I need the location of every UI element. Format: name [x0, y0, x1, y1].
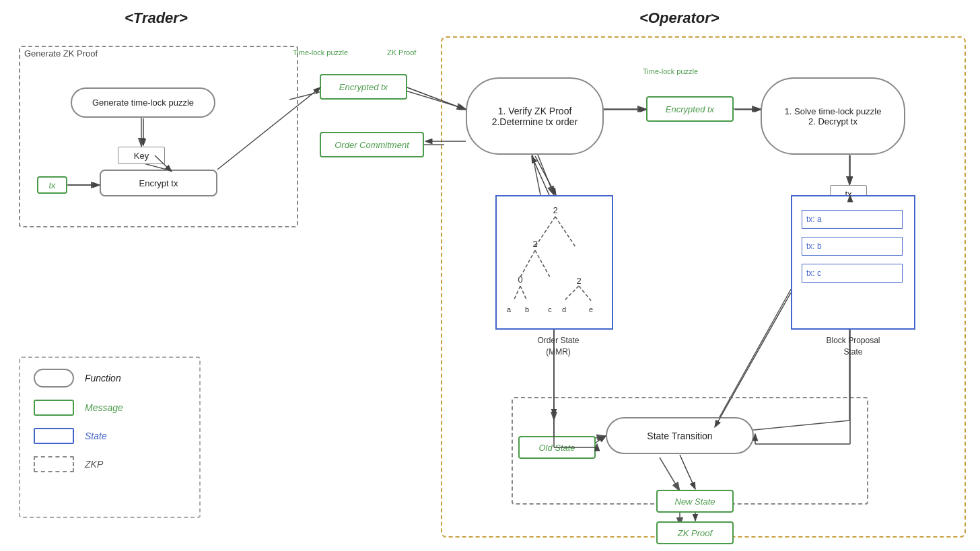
bp-item-a: tx: a	[802, 210, 903, 229]
svg-text:b: b	[525, 305, 529, 314]
legend-message-label: Message	[85, 402, 123, 413]
state-transition-shape: State Transition	[606, 417, 754, 454]
block-proposal-box: tx: a tx: b tx: c	[791, 195, 915, 330]
legend-zkp: ZKP	[34, 456, 186, 472]
trader-box	[19, 46, 298, 227]
operator-title: <Operator>	[639, 9, 720, 27]
time-lock-label-left: Time-lock puzzle	[293, 48, 348, 57]
legend-func-shape	[34, 369, 74, 388]
legend-state: State	[34, 428, 186, 444]
new-state-shape: New State	[656, 490, 734, 513]
svg-line-27	[520, 250, 535, 277]
mmr-box: 2 2 2 0 a b c d e	[495, 195, 613, 330]
bp-item-c: tx: c	[802, 264, 903, 283]
zk-proof-label-left: ZK Proof	[387, 48, 416, 57]
zk-proof-output-shape: ZK Proof	[656, 521, 734, 544]
svg-text:0: 0	[518, 274, 522, 285]
legend-zkp-label: ZKP	[85, 459, 103, 470]
encrypted-tx-left: Encrypted tx	[320, 74, 407, 100]
legend-state-label: State	[85, 431, 107, 441]
legend-function: Function	[34, 369, 186, 388]
mmr-svg: 2 2 2 0 a b c d e	[497, 196, 615, 331]
solve-shape: 1. Solve time-lock puzzle 2. Decrypt tx	[761, 77, 905, 155]
legend-message: Message	[34, 400, 186, 416]
svg-text:c: c	[548, 305, 552, 314]
svg-line-33	[564, 286, 579, 301]
legend-state-shape	[34, 428, 74, 444]
svg-line-28	[535, 250, 550, 277]
svg-text:2: 2	[553, 205, 557, 215]
key-shape: Key	[118, 147, 165, 164]
time-lock-label-right: Time-lock puzzle	[643, 67, 698, 75]
legend-zkp-shape	[34, 456, 74, 472]
svg-text:d: d	[562, 305, 566, 314]
legend-function-label: Function	[85, 373, 121, 383]
svg-line-25	[555, 217, 575, 247]
encrypt-tx-shape: Encrypt tx	[100, 170, 217, 196]
verify-shape: 1. Verify ZK Proof 2.Determine tx order	[466, 77, 604, 155]
svg-text:2: 2	[576, 276, 581, 286]
block-proposal-label: Block Proposal State	[791, 335, 915, 358]
encrypted-tx-right: Encrypted tx	[646, 96, 734, 122]
diagram-container: <Trader> <Operator> Generate ZK Proof Ge…	[0, 0, 980, 551]
svg-line-24	[535, 217, 555, 247]
svg-text:e: e	[589, 305, 593, 314]
svg-text:2: 2	[532, 239, 537, 249]
legend-box: Function Message State ZKP	[19, 357, 201, 518]
tx-input-shape: tx	[37, 176, 67, 194]
svg-line-34	[579, 286, 591, 301]
trader-title: <Trader>	[125, 9, 188, 27]
legend-msg-shape	[34, 400, 74, 416]
order-commitment: Order Commitment	[320, 132, 424, 157]
svg-line-32	[520, 286, 527, 301]
old-state-shape: Old State	[518, 436, 596, 459]
bp-item-b: tx: b	[802, 237, 903, 256]
svg-line-31	[514, 286, 520, 301]
generate-zk-proof-label: Generate ZK Proof	[24, 48, 98, 59]
generate-puzzle-shape: Generate time-lock puzzle	[71, 87, 215, 118]
svg-text:a: a	[507, 305, 512, 314]
mmr-label: Order State (MMR)	[499, 335, 617, 358]
